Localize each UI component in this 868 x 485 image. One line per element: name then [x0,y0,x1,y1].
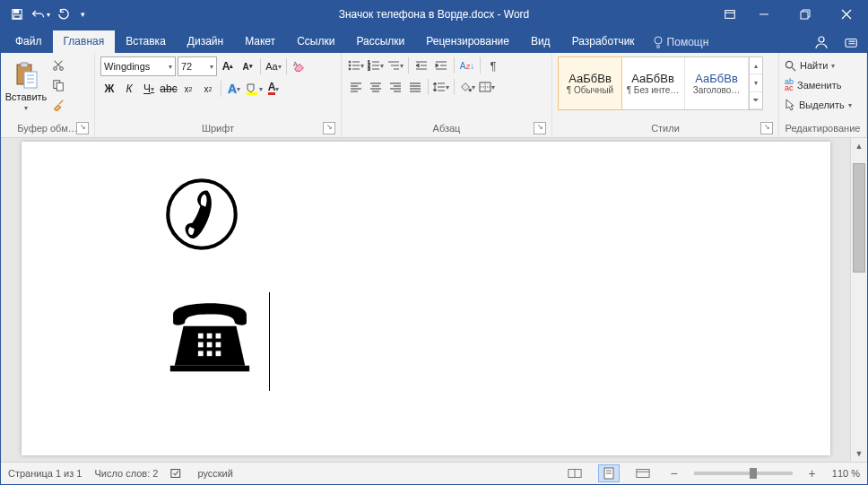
tab-insert[interactable]: Вставка [115,30,177,53]
maximize-button[interactable] [785,1,826,28]
bullets-button[interactable]: ▾ [347,56,365,74]
tab-review[interactable]: Рецензирование [415,30,520,53]
undo-button[interactable]: ▾ [30,4,51,25]
tell-me[interactable]: Помощн [646,30,716,53]
document-area: ▲ ▼ [1,138,867,462]
save-button[interactable] [6,4,28,25]
svg-rect-85 [215,351,221,356]
svg-rect-77 [197,333,203,339]
italic-button[interactable]: К [120,80,138,98]
zoom-slider[interactable] [694,472,793,475]
zoom-out-button[interactable]: − [666,466,681,481]
format-painter-button[interactable] [49,96,67,114]
select-button[interactable]: Выделить▾ [785,96,852,114]
style-heading1[interactable]: АаБбВв Заголово… [685,57,749,109]
tab-layout[interactable]: Макет [234,30,286,53]
tab-home[interactable]: Главная [53,30,116,53]
scroll-up-button[interactable]: ▲ [851,138,867,154]
styles-gallery[interactable]: АаБбВв ¶ Обычный АаБбВв ¶ Без инте… АаБб… [558,56,763,110]
subscript-button[interactable]: x2 [179,80,197,98]
view-read-mode[interactable] [564,464,586,482]
scroll-down-button[interactable]: ▼ [851,446,867,462]
status-language[interactable]: русский [197,468,232,479]
paste-label: Вставить [5,91,48,102]
minimize-button[interactable] [743,1,785,28]
redo-button[interactable] [53,4,74,25]
qat-customize-button[interactable]: ▾ [76,4,89,25]
highlight-button[interactable]: ▾ [245,80,263,98]
tab-design[interactable]: Дизайн [177,30,234,53]
text-effects-button[interactable]: A▾ [225,80,243,98]
shrink-font-button[interactable]: A▾ [239,57,256,75]
zoom-in-button[interactable]: + [805,466,820,481]
account-button[interactable] [806,30,837,53]
strikethrough-button[interactable]: abc [160,80,178,98]
line-spacing-button[interactable]: ▾ [432,78,450,96]
justify-button[interactable] [406,78,424,96]
change-case-button[interactable]: Aa▾ [265,57,282,75]
svg-text:A: A [293,61,298,68]
find-label: Найти [800,60,828,71]
superscript-button[interactable]: x2 [199,80,217,98]
vertical-scrollbar[interactable]: ▲ ▼ [850,138,867,462]
numbering-button[interactable]: 123▾ [367,56,385,74]
paste-icon [12,61,40,90]
status-word-count[interactable]: Число слов: 2 [94,468,158,479]
scroll-thumb[interactable] [853,163,865,273]
svg-point-21 [60,67,64,71]
bold-button[interactable]: Ж [100,80,118,98]
align-right-button[interactable] [386,78,404,96]
paste-button[interactable]: Вставить ▾ [6,56,46,116]
tab-file[interactable]: Файл [4,30,53,53]
show-marks-button[interactable]: ¶ [484,56,502,74]
zoom-slider-thumb[interactable] [750,468,757,479]
find-button[interactable]: Найти▾ [785,56,835,74]
view-print-layout[interactable] [598,464,620,482]
paragraph-dialog-launcher[interactable]: ↘ [534,122,546,134]
font-color-button[interactable]: A▾ [265,80,282,98]
align-center-button[interactable] [367,78,385,96]
copy-button[interactable] [49,76,67,94]
increase-indent-button[interactable] [432,56,450,74]
group-paragraph: ▾ 123▾ ▾ AZ↓ ¶ ▾ [342,53,552,137]
clear-formatting-button[interactable]: A [291,57,308,75]
ribbon-options-button[interactable] [716,1,743,28]
cut-button[interactable] [49,56,67,74]
tab-developer[interactable]: Разработчик [561,30,646,53]
styles-dialog-launcher[interactable]: ↘ [760,122,773,134]
svg-point-20 [54,67,57,71]
brush-icon [52,99,65,111]
spellcheck-button[interactable] [170,467,185,480]
decrease-indent-button[interactable] [412,56,430,74]
page[interactable] [22,142,830,455]
style-normal[interactable]: АаБбВв ¶ Обычный [558,56,622,110]
tab-mailings[interactable]: Рассылки [345,30,415,53]
clipboard-dialog-launcher[interactable]: ↘ [76,122,89,134]
status-page[interactable]: Страница 1 из 1 [8,468,82,479]
font-name-combo[interactable]: Wingdings▾ [100,56,176,76]
borders-button[interactable]: ▾ [478,78,496,96]
view-web-layout[interactable] [632,464,654,482]
styles-gallery-more[interactable]: ▴▾⏷ [749,57,762,109]
close-button[interactable] [826,1,867,28]
group-styles: АаБбВв ¶ Обычный АаБбВв ¶ Без инте… АаБб… [552,53,779,137]
style-preview: АаБбВв [631,72,674,85]
style-no-spacing[interactable]: АаБбВв ¶ Без инте… [621,57,685,109]
align-left-button[interactable] [347,78,365,96]
tab-references[interactable]: Ссылки [286,30,345,53]
svg-rect-83 [197,351,203,356]
zoom-level[interactable]: 110 % [832,468,860,479]
multilevel-list-button[interactable]: ▾ [386,56,404,74]
font-dialog-launcher[interactable]: ↘ [323,122,335,134]
tab-view[interactable]: Вид [520,30,561,53]
shading-button[interactable]: ▾ [458,78,476,96]
grow-font-button[interactable]: A▴ [219,57,237,75]
font-size-combo[interactable]: 72▾ [178,56,217,76]
scroll-track[interactable] [851,154,867,446]
chevron-down-icon: ▾ [169,63,172,71]
share-button[interactable] [837,30,867,53]
replace-button[interactable]: abac Заменить [785,76,841,94]
sort-button[interactable]: AZ↓ [458,56,476,74]
underline-button[interactable]: Ч▾ [140,80,158,98]
group-editing-label: Редактирование [785,121,861,135]
